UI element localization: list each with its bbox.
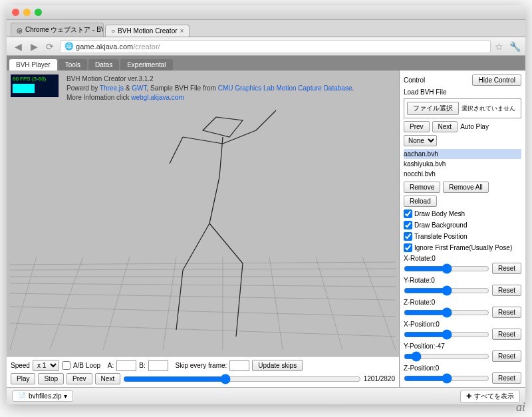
y-rotate-slider[interactable] bbox=[404, 286, 489, 295]
z-pos-slider[interactable] bbox=[404, 374, 489, 383]
tab-tools[interactable]: Tools bbox=[59, 59, 87, 70]
z-rotate-slider[interactable] bbox=[404, 308, 489, 317]
svg-line-21 bbox=[183, 223, 209, 270]
control-panel: Control Hide Control Load BVH File ファイル選… bbox=[399, 70, 525, 387]
speed-select[interactable]: x 1 bbox=[33, 360, 59, 371]
draw-bg-checkbox[interactable] bbox=[404, 221, 412, 229]
tab-datas[interactable]: Datas bbox=[88, 59, 119, 70]
load-bvh-label: Load BVH File bbox=[404, 88, 521, 96]
show-all-downloads[interactable]: ✚ すべてを表示 bbox=[460, 390, 520, 403]
reset-button[interactable]: Reset bbox=[492, 263, 521, 274]
tab-title: BVH Motion Creator bbox=[118, 27, 177, 35]
abloop-label: A/B Loop bbox=[73, 362, 100, 369]
bvh-file-list: aachan.bvh kashiyuka.bvh nocchi.bvh bbox=[404, 149, 521, 179]
hide-control-button[interactable]: Hide Control bbox=[472, 74, 521, 86]
svg-line-8 bbox=[50, 257, 83, 350]
3d-viewport[interactable]: 60 FPS (3-60) BVH Motion Creator ver.3.1… bbox=[7, 70, 399, 356]
playback-bar: Speed x 1 A/B Loop A: B: Skip every fram… bbox=[7, 356, 399, 387]
app-info: BVH Motion Creator ver.3.1.2 Powerd by T… bbox=[66, 74, 354, 102]
file-icon: 📄 bbox=[18, 392, 26, 400]
remove-all-button[interactable]: Remove All bbox=[443, 182, 489, 193]
svg-line-20 bbox=[256, 110, 276, 130]
file-prev-button[interactable]: Prev bbox=[404, 121, 430, 132]
tab-bvh-player[interactable]: BVH Player bbox=[9, 59, 57, 70]
a-input[interactable] bbox=[116, 360, 136, 371]
x-rotate-slider[interactable] bbox=[404, 264, 489, 273]
download-filename: bvhfiles.zip bbox=[29, 392, 61, 400]
back-button[interactable]: ◀ bbox=[12, 41, 24, 53]
close-window-icon[interactable] bbox=[12, 9, 19, 16]
svg-line-2 bbox=[10, 293, 396, 300]
autoplay-select[interactable]: None bbox=[404, 135, 437, 146]
zoom-window-icon[interactable] bbox=[35, 9, 42, 16]
reset-button[interactable]: Reset bbox=[492, 307, 521, 318]
downloads-bar: 📄 bvhfiles.zip ▾ ✚ すべてを表示 bbox=[7, 387, 525, 404]
reset-button[interactable]: Reset bbox=[492, 329, 521, 340]
ignore-first-checkbox[interactable] bbox=[404, 243, 412, 252]
y-pos-slider[interactable] bbox=[404, 352, 489, 361]
translate-pos-checkbox[interactable] bbox=[404, 232, 412, 241]
svg-line-17 bbox=[183, 137, 223, 144]
svg-line-24 bbox=[236, 263, 243, 337]
a-label: A: bbox=[108, 362, 114, 369]
b-input[interactable] bbox=[148, 360, 168, 371]
tab-favicon: ◎ bbox=[17, 27, 23, 34]
prev-frame-button[interactable]: Prev bbox=[66, 373, 92, 384]
reload-button[interactable]: Reload bbox=[404, 196, 437, 207]
abloop-checkbox[interactable] bbox=[62, 361, 70, 370]
reset-button[interactable]: Reset bbox=[492, 350, 521, 362]
svg-line-13 bbox=[316, 257, 342, 350]
fps-counter: 60 FPS (3-60) bbox=[11, 74, 59, 97]
remove-button[interactable]: Remove bbox=[404, 182, 440, 193]
svg-line-6 bbox=[10, 262, 396, 265]
file-select-button[interactable]: ファイル選択 bbox=[407, 102, 459, 115]
link-cmu[interactable]: CMU Graphics Lab Motion Capture Database bbox=[218, 84, 352, 92]
reset-button[interactable]: Reset bbox=[492, 285, 521, 296]
frame-counter: 1201/2820 bbox=[364, 375, 395, 382]
svg-line-23 bbox=[209, 223, 243, 263]
forward-button[interactable]: ▶ bbox=[28, 41, 40, 53]
svg-line-19 bbox=[223, 130, 256, 144]
update-skips-button[interactable]: Update skips bbox=[252, 360, 303, 371]
stop-button[interactable]: Stop bbox=[38, 373, 64, 384]
download-item[interactable]: 📄 bvhfiles.zip ▾ bbox=[12, 390, 73, 402]
link-threejs[interactable]: Three.js bbox=[100, 84, 124, 92]
seek-slider[interactable] bbox=[123, 374, 361, 384]
fps-text: 60 FPS (3-60) bbox=[13, 76, 46, 82]
file-next-button[interactable]: Next bbox=[432, 121, 458, 132]
file-none-text: 選択されていません bbox=[462, 104, 515, 113]
skip-label: Skip every frame: bbox=[176, 362, 227, 369]
close-tab-icon[interactable]: × bbox=[180, 27, 184, 35]
autoplay-label: Auto Play bbox=[460, 123, 489, 130]
watermark: ai bbox=[516, 400, 525, 414]
link-gwt[interactable]: GWT bbox=[132, 84, 146, 92]
browser-toolbar: ◀ ▶ ⟳ 🌐 game.akjava.com/creator/ ☆ 🔧 bbox=[7, 37, 525, 56]
browser-tab-2[interactable]: ○ BVH Motion Creator × bbox=[105, 25, 190, 37]
tab-experimental[interactable]: Experimental bbox=[120, 59, 172, 70]
skip-input[interactable] bbox=[229, 360, 249, 371]
list-item[interactable]: kashiyuka.bvh bbox=[404, 159, 521, 169]
link-webgl[interactable]: webgl.akjava.com bbox=[131, 94, 184, 101]
traffic-lights bbox=[12, 9, 42, 16]
list-item[interactable]: nocchi.bvh bbox=[404, 169, 521, 179]
tab-favicon: ○ bbox=[111, 27, 115, 35]
draw-body-checkbox[interactable] bbox=[404, 209, 412, 218]
reload-button[interactable]: ⟳ bbox=[44, 41, 56, 53]
settings-icon[interactable]: 🔧 bbox=[509, 41, 520, 52]
info-version: BVH Motion Creator ver.3.1.2 bbox=[66, 74, 354, 84]
list-item[interactable]: aachan.bvh bbox=[404, 149, 521, 159]
chevron-down-icon[interactable]: ▾ bbox=[64, 392, 67, 400]
svg-line-18 bbox=[170, 137, 183, 164]
bookmark-icon[interactable]: ☆ bbox=[495, 41, 505, 52]
play-button[interactable]: Play bbox=[11, 373, 35, 384]
url-path: /creator/ bbox=[133, 43, 160, 51]
minimize-window-icon[interactable] bbox=[23, 9, 31, 16]
skeleton-render bbox=[7, 70, 399, 356]
browser-tab-1[interactable]: ◎ Chrome ウェブストア - BVH × bbox=[11, 23, 104, 37]
svg-line-12 bbox=[269, 257, 283, 350]
app-tabbar: BVH Player Tools Datas Experimental bbox=[7, 56, 525, 70]
reset-button[interactable]: Reset bbox=[492, 372, 521, 384]
x-pos-slider[interactable] bbox=[404, 330, 489, 339]
address-bar[interactable]: 🌐 game.akjava.com/creator/ bbox=[60, 40, 491, 53]
next-frame-button[interactable]: Next bbox=[95, 373, 121, 384]
